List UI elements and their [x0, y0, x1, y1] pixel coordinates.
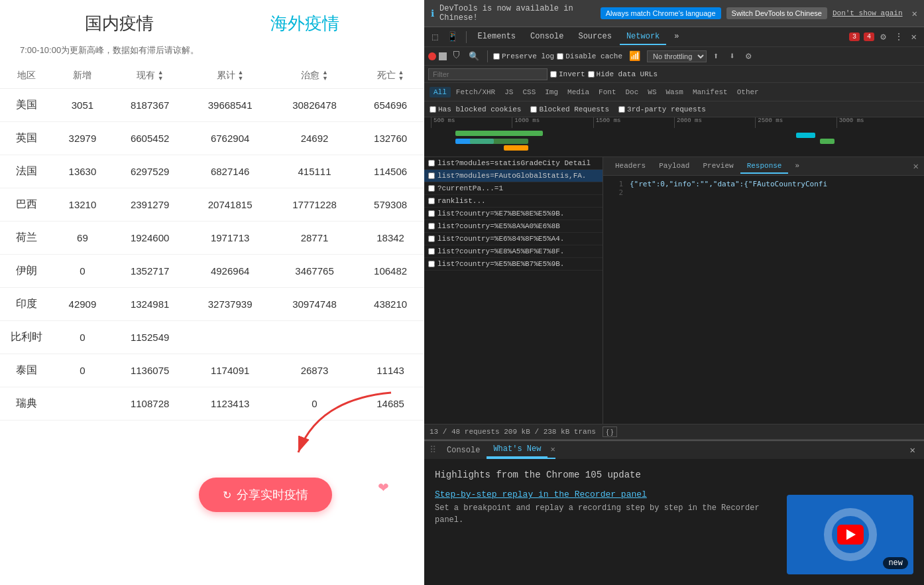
share-button[interactable]: ↻ 分享实时疫情 [199, 478, 332, 512]
hide-data-urls-text: Hide data URLs [597, 70, 658, 78]
network-list-item[interactable]: list?country=%E7%BE%8E%E5%9B. [424, 208, 603, 220]
ruler-tick: 1000 ms [512, 117, 593, 128]
network-list-item[interactable]: list?country=%E6%84%8F%E5%A4. [424, 233, 603, 245]
network-item-name: list?country=%E6%84%8F%E5%A4. [437, 235, 599, 243]
btn-dont-show[interactable]: Don't show again [833, 9, 903, 17]
subtitle: 7:00-10:00为更新高峰，数据如有滞后请谅解。 [0, 42, 424, 63]
whats-new-link-1[interactable]: Step-by-step replay in the Recorder pane… [435, 489, 776, 499]
checkbox-3rd-party-requests[interactable]: 3rd-party requests [618, 105, 706, 113]
network-list: list?modules=statisGradeCity Detail list… [424, 157, 603, 424]
upload-icon[interactable]: ⬆ [709, 48, 722, 64]
network-item-checkbox[interactable] [428, 261, 435, 267]
network-list-item[interactable]: list?modules=statisGradeCity Detail [424, 157, 603, 170]
disable-cache-label[interactable]: Disable cache [557, 52, 622, 60]
col-deaths[interactable]: 死亡 ▲▼ [357, 63, 424, 89]
col-total[interactable]: 累计 ▲▼ [188, 63, 272, 89]
toolbar-separator [466, 31, 467, 43]
filter-input[interactable] [428, 68, 548, 80]
cell-new [53, 387, 112, 421]
network-item-checkbox[interactable] [428, 185, 435, 192]
notification-close-icon[interactable]: ✕ [912, 8, 917, 19]
console-close-icon[interactable]: ✕ [907, 442, 919, 458]
network-item-checkbox[interactable] [428, 210, 435, 217]
checkbox-blocked-requests[interactable]: Blocked Requests [530, 105, 609, 113]
checkbox-has-blocked-cookies[interactable]: Has blocked cookies [430, 105, 521, 113]
network-list-item[interactable]: ?currentPa...=1 [424, 182, 603, 195]
col-recovered[interactable]: 治愈 ▲▼ [272, 63, 357, 89]
req-bar-5 [796, 133, 815, 138]
btn-match-language[interactable]: Always match Chrome's language [601, 7, 721, 19]
network-item-checkbox[interactable] [428, 160, 435, 166]
tab-console[interactable]: Console [524, 29, 570, 45]
filter-tab-all[interactable]: All [430, 87, 451, 98]
btn-switch-chinese[interactable]: Switch DevTools to Chinese [726, 7, 827, 19]
preserve-log-checkbox[interactable] [493, 53, 500, 60]
throttle-icon[interactable]: 📶 [625, 48, 644, 64]
stop-button[interactable] [439, 52, 447, 60]
settings-icon[interactable]: ⚙ [877, 29, 889, 44]
network-item-checkbox[interactable] [428, 235, 435, 242]
tab-more[interactable]: » [667, 29, 685, 45]
response-tab-preview[interactable]: Preview [696, 159, 740, 174]
tab-whats-new[interactable]: What's New ✕ [487, 442, 555, 459]
filter-tab-fetch/xhr[interactable]: Fetch/XHR [452, 87, 499, 98]
cell-recovered: 17771228 [272, 188, 357, 222]
network-item-checkbox[interactable] [428, 248, 435, 255]
device-icon[interactable]: 📱 [443, 29, 462, 44]
network-list-item[interactable]: list?modules=FAutoGlobalStatis,FA. [424, 170, 603, 182]
filter-tab-css[interactable]: CSS [518, 87, 540, 98]
tab-elements[interactable]: Elements [471, 29, 522, 45]
response-tab-more[interactable]: » [788, 159, 806, 174]
cell-recovered: 30974748 [272, 288, 357, 321]
tab-domestic[interactable]: 国内疫情 [85, 12, 154, 35]
disable-cache-checkbox[interactable] [557, 53, 563, 60]
response-tab-headers[interactable]: Headers [608, 159, 652, 174]
record-button[interactable] [428, 52, 436, 60]
filter-tab-manifest[interactable]: Manifest [689, 87, 732, 98]
response-pane-close[interactable]: ✕ [913, 161, 919, 172]
tab-sources[interactable]: Sources [571, 29, 618, 45]
filter-tab-doc[interactable]: Doc [621, 87, 642, 98]
network-list-item[interactable]: list?country=%E8%A5%BF%E7%8F. [424, 245, 603, 258]
tab-console-bottom[interactable]: Console [440, 443, 487, 458]
tab-network[interactable]: Network [620, 29, 666, 45]
cell-recovered: 0 [272, 387, 357, 421]
search-icon[interactable]: 🔍 [466, 50, 482, 63]
filter-tab-img[interactable]: Img [541, 87, 562, 98]
filter-tab-media[interactable]: Media [563, 87, 593, 98]
network-item-checkbox[interactable] [428, 198, 435, 204]
more-options-icon[interactable]: ⋮ [891, 29, 907, 44]
network-list-item[interactable]: list?country=%E5%8A%A0%E6%8B [424, 220, 603, 233]
network-item-checkbox[interactable] [428, 172, 435, 179]
preserve-log-label[interactable]: Preserve log [493, 52, 554, 60]
col-current[interactable]: 现有 ▲▼ [112, 63, 188, 89]
cell-current: 1352717 [112, 255, 188, 288]
network-list-item[interactable]: ranklist... [424, 195, 603, 208]
response-tab-payload[interactable]: Payload [652, 159, 696, 174]
hide-data-urls-label[interactable]: Hide data URLs [588, 70, 658, 78]
filter-tab-other[interactable]: Other [733, 87, 763, 98]
format-button[interactable]: { } [603, 426, 617, 437]
filter-tab-wasm[interactable]: Wasm [662, 87, 687, 98]
cell-current: 6297529 [112, 155, 188, 188]
throttle-select[interactable]: No throttling [647, 50, 707, 62]
invert-checkbox[interactable] [550, 71, 557, 78]
cursor-icon[interactable]: ⬚ [428, 29, 441, 44]
filter-icon[interactable]: ⛉ [449, 50, 463, 62]
tab-whats-new-close[interactable]: ✕ [550, 444, 555, 454]
hide-data-urls-checkbox[interactable] [588, 71, 595, 78]
filter-tab-js[interactable]: JS [500, 87, 517, 98]
tab-whats-new-label[interactable]: What's New [487, 442, 548, 458]
network-list-item[interactable]: list?country=%E5%BE%B7%E5%9B. [424, 258, 603, 271]
filter-tab-ws[interactable]: WS [644, 87, 660, 98]
response-tab-response[interactable]: Response [740, 159, 789, 174]
download-icon[interactable]: ⬇ [725, 48, 738, 64]
whats-new-desc-1: Set a breakpoint and replay a recording … [435, 503, 760, 525]
invert-label[interactable]: Invert [550, 70, 585, 78]
filter-tab-font[interactable]: Font [595, 87, 620, 98]
tab-overseas[interactable]: 海外疫情 [270, 12, 339, 35]
req-bar-4 [470, 139, 528, 144]
settings-network-icon[interactable]: ⚙ [742, 48, 755, 64]
network-item-checkbox[interactable] [428, 223, 435, 229]
devtools-close-icon[interactable]: ✕ [908, 29, 920, 44]
